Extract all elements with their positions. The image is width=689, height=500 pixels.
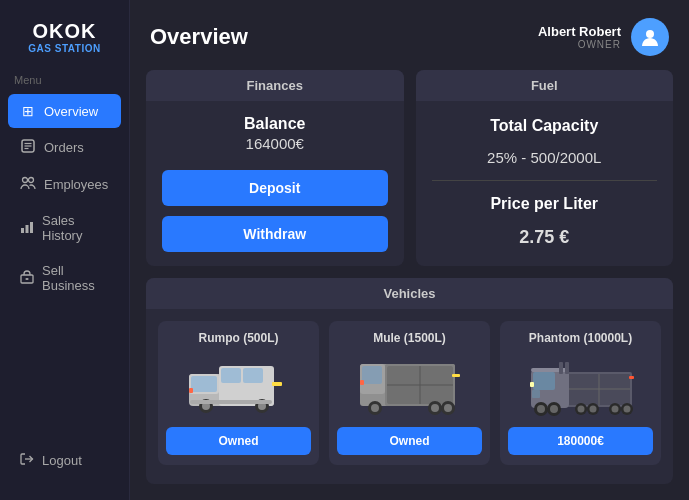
user-details: Albert Robert OWNER [538,24,621,50]
vehicles-grid: Rumpo (500L) [146,309,673,477]
logout-label: Logout [42,453,82,468]
mule-owned-button[interactable]: Owned [337,427,482,455]
main-content: Overview Albert Robert OWNER Finances Ba… [130,0,689,500]
vehicle-phantom-name: Phantom (10000L) [529,331,632,345]
sidebar-item-overview-label: Overview [44,104,98,119]
svg-point-4 [23,178,28,183]
sidebar-item-employees-label: Employees [44,177,108,192]
finance-panel-body: Balance 164000€ Deposit Withdraw [146,101,404,266]
balance-label: Balance [162,115,388,133]
finance-panel-title: Finances [146,70,404,101]
vehicle-card-phantom: Phantom (10000L) [500,321,661,465]
logout-button[interactable]: Logout [8,443,121,478]
sidebar-item-overview[interactable]: ⊞ Overview [8,94,121,128]
orders-icon [20,139,36,156]
svg-point-61 [611,405,618,412]
svg-rect-26 [190,400,272,404]
svg-rect-40 [452,374,460,377]
svg-rect-51 [565,362,569,374]
svg-rect-41 [360,380,364,385]
svg-point-5 [29,178,34,183]
vehicle-mule-image [337,351,482,421]
fuel-panel-body: Total Capacity 25% - 500/2000L Price per… [416,101,674,264]
vehicle-rumpo-image [166,351,311,421]
fuel-capacity-label: Total Capacity [490,117,598,135]
sell-business-icon [20,270,34,287]
fuel-price-label: Price per Liter [490,195,598,213]
sidebar: OKOK GAS STATION Menu ⊞ Overview Orders … [0,0,130,500]
sidebar-item-sell-business-label: Sell Business [42,263,109,293]
svg-rect-8 [30,222,33,233]
phantom-price-button[interactable]: 180000€ [508,427,653,455]
svg-rect-19 [243,368,263,383]
fuel-divider [432,180,658,181]
avatar [631,18,669,56]
vehicles-panel-title: Vehicles [146,278,673,309]
balance-value: 164000€ [162,135,388,152]
sidebar-item-orders-label: Orders [44,140,84,155]
svg-rect-6 [21,228,24,233]
fuel-capacity-value: 25% - 500/2000L [487,149,601,166]
svg-rect-16 [191,376,217,392]
fuel-panel: Fuel Total Capacity 25% - 500/2000L Pric… [416,70,674,266]
overview-icon: ⊞ [20,103,36,119]
deposit-button[interactable]: Deposit [162,170,388,206]
fuel-price-value: 2.75 € [519,227,569,248]
logout-icon [20,452,34,469]
vehicle-card-rumpo: Rumpo (500L) [158,321,319,465]
logo-name: OKOK [10,20,119,43]
svg-point-55 [550,405,558,413]
page-title: Overview [150,24,248,50]
svg-point-57 [577,405,584,412]
sidebar-item-sales-history-label: Sales History [42,213,109,243]
svg-point-59 [589,405,596,412]
sales-history-icon [20,220,34,237]
vehicle-card-mule: Mule (1500L) [329,321,490,465]
sidebar-footer: Logout [0,433,129,488]
svg-rect-47 [533,372,555,390]
svg-rect-64 [530,382,534,387]
vehicles-panel: Vehicles Rumpo (500L) [146,278,673,484]
vehicle-rumpo-name: Rumpo (500L) [198,331,278,345]
vehicle-phantom-image [508,351,653,421]
svg-point-63 [623,405,630,412]
employees-icon [20,176,36,193]
vehicle-mule-name: Mule (1500L) [373,331,446,345]
menu-label: Menu [0,70,129,94]
finance-panel: Finances Balance 164000€ Deposit Withdra… [146,70,404,266]
svg-rect-25 [189,388,193,393]
svg-rect-24 [272,382,282,386]
svg-rect-7 [26,225,29,233]
sidebar-item-sell-business[interactable]: Sell Business [8,254,121,302]
svg-point-35 [371,404,379,412]
svg-rect-50 [559,362,563,374]
svg-point-37 [431,404,439,412]
content-area: Finances Balance 164000€ Deposit Withdra… [130,70,689,500]
svg-point-39 [444,404,452,412]
sidebar-nav: ⊞ Overview Orders Employees Sales Histor… [0,94,129,433]
user-role: OWNER [538,39,621,50]
sidebar-item-sales-history[interactable]: Sales History [8,204,121,252]
fuel-panel-title: Fuel [416,70,674,101]
user-name: Albert Robert [538,24,621,39]
svg-rect-18 [221,368,241,383]
user-info: Albert Robert OWNER [538,18,669,56]
top-panels: Finances Balance 164000€ Deposit Withdra… [146,70,673,266]
svg-rect-49 [531,368,569,372]
svg-rect-29 [362,366,382,384]
withdraw-button[interactable]: Withdraw [162,216,388,252]
logo-subtitle: GAS STATION [10,43,119,54]
logo: OKOK GAS STATION [0,12,129,70]
svg-point-13 [646,30,654,38]
svg-point-53 [537,405,545,413]
balance-section: Balance 164000€ [162,115,388,160]
svg-rect-65 [629,376,634,379]
svg-rect-48 [532,390,540,398]
header: Overview Albert Robert OWNER [130,0,689,70]
sidebar-item-orders[interactable]: Orders [8,130,121,165]
sidebar-item-employees[interactable]: Employees [8,167,121,202]
rumpo-owned-button[interactable]: Owned [166,427,311,455]
